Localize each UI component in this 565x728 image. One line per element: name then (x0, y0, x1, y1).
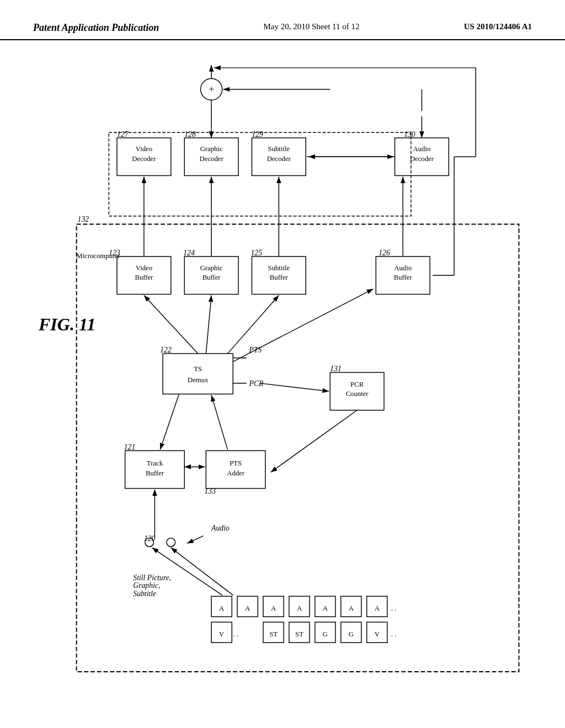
svg-text:123: 123 (109, 249, 120, 257)
svg-text:Decoder: Decoder (410, 155, 434, 163)
svg-text:Demux: Demux (188, 376, 209, 384)
patent-number: US 2010/124406 A1 (464, 22, 532, 31)
svg-text:Graphic: Graphic (200, 264, 223, 272)
svg-text:PTS: PTS (230, 459, 242, 467)
svg-text:Still Picture,: Still Picture, (133, 574, 171, 582)
sheet-info: May 20, 2010 Sheet 11 of 12 (263, 22, 359, 31)
svg-rect-53 (163, 354, 233, 394)
svg-text:PCR: PCR (350, 381, 364, 388)
svg-text:Subtitle: Subtitle (268, 145, 290, 153)
svg-line-120 (171, 548, 233, 595)
svg-text:Counter: Counter (346, 390, 369, 398)
svg-text:G: G (349, 630, 354, 638)
svg-text:Graphic,: Graphic, (133, 581, 160, 590)
svg-text:Buffer: Buffer (146, 469, 164, 477)
svg-text:131: 131 (330, 365, 342, 373)
svg-text:Buffer: Buffer (270, 274, 289, 281)
svg-text:Subtitle: Subtitle (268, 264, 290, 272)
svg-text:122: 122 (160, 346, 172, 354)
svg-text:Buffer: Buffer (135, 274, 153, 281)
svg-text:128: 128 (184, 130, 196, 138)
svg-text:Adder: Adder (227, 469, 245, 477)
svg-text:. .: . . (233, 630, 238, 638)
svg-text:Buffer: Buffer (202, 274, 221, 281)
svg-text:Decoder: Decoder (200, 155, 224, 163)
svg-line-59 (144, 296, 198, 354)
svg-text:A: A (349, 604, 354, 612)
svg-text:Audio: Audio (394, 264, 412, 272)
svg-text:G: G (323, 630, 328, 638)
svg-text:. .: . . (391, 604, 397, 612)
svg-text:132: 132 (78, 215, 89, 223)
circuit-diagram: 132 Microcomputer Video Decoder 127 Grap… (44, 55, 530, 706)
svg-text:125: 125 (250, 249, 262, 257)
svg-text:A: A (271, 604, 276, 612)
svg-text:126: 126 (379, 249, 390, 257)
svg-text:133: 133 (204, 487, 216, 495)
publication-title: Patent Application Publication (33, 22, 159, 34)
svg-line-80 (211, 395, 227, 449)
svg-text:Decoder: Decoder (132, 155, 156, 163)
svg-text:Subtitle: Subtitle (133, 590, 156, 598)
svg-text:A: A (375, 604, 380, 612)
svg-text:127: 127 (117, 130, 129, 138)
svg-text:Video: Video (136, 264, 152, 272)
svg-text:A: A (245, 604, 250, 612)
svg-line-69 (260, 383, 329, 392)
svg-text:ST: ST (269, 630, 278, 638)
svg-text:124: 124 (183, 249, 195, 257)
svg-line-87 (187, 536, 203, 544)
svg-text:V: V (219, 630, 225, 638)
svg-text:+: + (209, 83, 214, 94)
svg-text:Track: Track (147, 459, 163, 467)
svg-text:Buffer: Buffer (394, 274, 413, 281)
svg-text:. .: . . (391, 630, 397, 638)
svg-text:121: 121 (124, 443, 136, 451)
svg-rect-3 (109, 132, 411, 216)
svg-text:129: 129 (252, 130, 263, 138)
svg-text:ST: ST (295, 630, 303, 638)
patent-page: Patent Application Publication May 20, 2… (0, 0, 565, 728)
svg-text:130: 130 (404, 130, 415, 138)
svg-line-61 (227, 296, 279, 354)
page-header: Patent Application Publication May 20, 2… (0, 0, 565, 40)
svg-line-60 (206, 296, 211, 354)
svg-text:Graphic: Graphic (200, 145, 223, 153)
svg-text:120: 120 (144, 534, 156, 543)
svg-text:A: A (219, 604, 225, 612)
svg-text:TS: TS (194, 365, 202, 373)
svg-text:A: A (297, 604, 302, 612)
svg-line-62 (233, 289, 373, 362)
svg-text:A: A (323, 604, 328, 612)
svg-text:V: V (375, 630, 380, 638)
svg-line-81 (271, 410, 357, 472)
svg-text:Audio: Audio (413, 145, 431, 153)
svg-text:Decoder: Decoder (267, 155, 291, 163)
svg-line-121 (152, 548, 222, 595)
svg-text:Audio: Audio (211, 524, 230, 532)
svg-text:Video: Video (136, 145, 152, 153)
svg-point-83 (167, 538, 175, 547)
svg-line-78 (160, 394, 179, 449)
